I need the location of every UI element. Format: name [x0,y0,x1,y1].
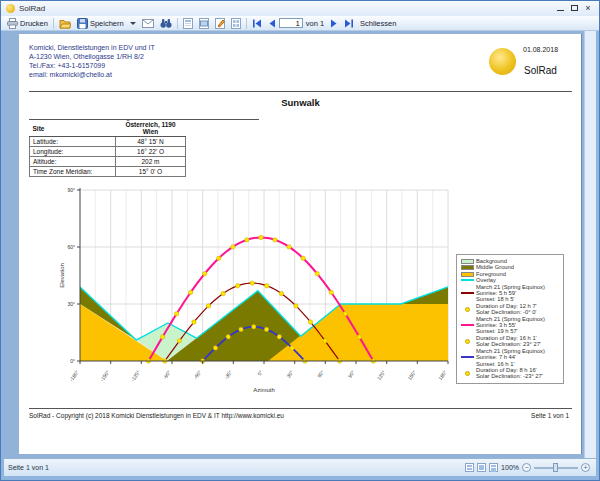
company-line: A-1230 Wien, Othellogasse 1/RH 8/2 [29,52,155,61]
vertical-scrollbar[interactable] [584,31,596,458]
company-line: email: mkomicki@chello.at [29,70,155,79]
open-button[interactable] [56,17,74,30]
header-divider [29,91,572,92]
page-number-input[interactable] [279,18,303,28]
x-tick-label: -120° [129,369,141,382]
zoom-slider-thumb[interactable] [553,463,558,472]
x-tick-label: 60° [316,369,325,379]
minimize-button[interactable] [553,2,567,14]
envelope-icon [142,19,154,28]
sunwalk-chart-svg: -180°-150°-120°-90°-60°-30°0°30°60°90°12… [56,186,451,398]
sun-hour-marker [160,335,164,339]
y-tick-label: 60° [67,244,75,250]
line-swatch-icon [459,324,476,326]
y-axis-title: Elevation [59,263,65,288]
dot-swatch-icon [459,371,476,376]
folder-icon [59,18,71,29]
layout-single-icon[interactable] [465,463,474,472]
chevron-down-icon [130,22,136,25]
line-swatch-icon [459,279,476,281]
legend-entry-text: March 21 (Spring Equinox)Sunrise: 3 h 55… [476,316,545,335]
save-label: Speichern [90,19,124,28]
site-table-row: Latitude:48° 15' N [30,137,186,147]
maximize-button[interactable] [567,2,581,14]
rect-swatch-icon [459,272,476,277]
search-button[interactable] [157,17,175,30]
page-view-icon [183,18,193,29]
preview-area: Komicki, Dienstleistungen in EDV und IT … [4,31,596,458]
x-tick-label: 120° [376,369,387,381]
view-edit-button[interactable] [212,17,228,30]
close-preview-button[interactable]: Schliessen [357,17,399,30]
title-bar: SolRad × [1,1,599,16]
app-sun-icon [6,4,15,13]
close-icon: × [585,4,590,13]
last-page-icon [344,19,354,28]
sun-hour-marker [264,327,268,331]
layout-facing-icon[interactable] [489,463,498,472]
previous-page-icon [268,19,276,28]
x-tick-label: -180° [68,369,80,382]
page-count-label: von 1 [306,19,324,28]
legend-entry-text: Duration of Day: 8 h 16'Solar Declinatio… [476,367,543,380]
footer-copyright: SolRad - Copyright (c) 2018 Komicki Dien… [29,412,284,419]
company-line: Tel./Fax: +43-1-6157099 [29,61,155,70]
site-table: Site Österreich, 1190 Wien Latitude:48° … [29,120,186,177]
legend-entry-text: March 21 (Spring Equinox)Sunrise: 7 h 44… [476,348,545,367]
save-button[interactable]: Speichern [74,17,127,30]
first-page-button[interactable] [249,17,265,30]
company-line: Komicki, Dienstleistungen in EDV und IT [29,43,155,52]
sun-hour-marker [174,312,178,316]
zoom-percent-label: 100% [501,464,519,471]
x-tick-label: 0° [256,369,264,376]
x-tick-label: 90° [347,369,356,379]
view-thumbnails-button[interactable] [228,17,244,30]
save-options-button[interactable] [127,17,139,30]
status-bar: Seite 1 von 1 100% − + [4,458,596,476]
status-zoom-controls: 100% − + [465,463,590,472]
status-page-label: Seite 1 von 1 [8,464,49,471]
y-tick-label: 90° [67,187,75,193]
legend-entry-text: Duration of Day: 12 h 7'Solar Declinatio… [476,303,537,316]
legend-entry: March 21 (Spring Equinox)Sunrise: 3 h 55… [459,316,561,335]
last-page-button[interactable] [341,17,357,30]
sun-hour-marker [203,271,207,275]
zoom-slider[interactable] [534,463,578,472]
layout-continuous-icon[interactable] [477,463,486,472]
previous-page-button[interactable] [265,17,279,30]
sun-hour-marker [231,245,235,249]
sun-hour-marker [277,335,281,339]
x-tick-label: 180° [437,369,448,381]
sun-hour-marker [252,325,256,329]
sun-hour-marker [206,304,210,308]
x-tick-label: -30° [223,369,233,380]
print-button[interactable]: Drucken [4,17,51,30]
next-page-button[interactable] [327,17,341,30]
zoom-in-button[interactable]: + [581,463,590,472]
zoom-out-button[interactable]: − [522,463,531,472]
sun-hour-marker [265,284,269,288]
sunwalk-chart: -180°-150°-120°-90°-60°-30°0°30°60°90°12… [56,186,451,398]
page-width-icon [199,18,209,29]
x-tick-label: -150° [99,369,111,382]
view-page-width-button[interactable] [196,17,212,30]
site-row-label: Time Zone Meridian: [30,167,116,177]
window-title: SolRad [19,4,45,13]
site-row-label: Longitude: [30,147,116,157]
close-button[interactable]: × [581,2,595,14]
site-table-row: Altitude:202 m [30,157,186,167]
legend-entry-text: Duration of Day: 16 h 1'Solar Declinatio… [476,335,541,348]
sun-hour-marker [177,339,181,343]
solrad-window: SolRad × Drucken Speichern [0,0,600,481]
chart-legend: BackgroundMiddle GroundForegroundOverlay… [456,254,564,384]
company-address-block: Komicki, Dienstleistungen in EDV und IT … [29,43,155,79]
legend-entry: Duration of Day: 8 h 16'Solar Declinatio… [459,367,561,380]
site-row-value: 48° 15' N [116,137,186,147]
sun-hour-marker [357,335,361,339]
email-button[interactable] [139,17,157,30]
close-preview-label: Schliessen [360,19,396,28]
solrad-logo [489,48,516,75]
sun-hour-marker [213,346,217,350]
sun-hour-marker [323,339,327,343]
view-whole-page-button[interactable] [180,17,196,30]
